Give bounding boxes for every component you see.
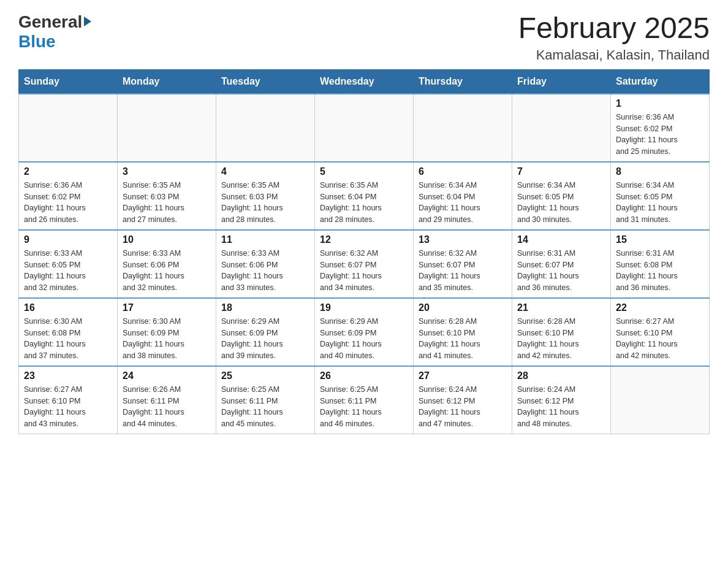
day-number: 16 — [24, 302, 112, 313]
calendar-cell: 7Sunrise: 6:34 AM Sunset: 6:05 PM Daylig… — [512, 162, 611, 230]
header-friday: Friday — [512, 69, 611, 94]
calendar-cell: 21Sunrise: 6:28 AM Sunset: 6:10 PM Dayli… — [512, 298, 611, 366]
day-number: 20 — [419, 302, 507, 313]
calendar-cell: 3Sunrise: 6:35 AM Sunset: 6:03 PM Daylig… — [118, 162, 216, 230]
calendar-table: Sunday Monday Tuesday Wednesday Thursday… — [18, 69, 710, 434]
day-number: 18 — [221, 302, 309, 313]
day-info: Sunrise: 6:30 AM Sunset: 6:08 PM Dayligh… — [24, 316, 112, 362]
day-number: 23 — [24, 370, 112, 381]
calendar-title: February 2025 — [518, 12, 710, 45]
day-info: Sunrise: 6:27 AM Sunset: 6:10 PM Dayligh… — [616, 316, 704, 362]
calendar-cell: 10Sunrise: 6:33 AM Sunset: 6:06 PM Dayli… — [118, 230, 216, 298]
calendar-cell: 23Sunrise: 6:27 AM Sunset: 6:10 PM Dayli… — [19, 366, 118, 434]
calendar-cell: 19Sunrise: 6:29 AM Sunset: 6:09 PM Dayli… — [315, 298, 414, 366]
day-info: Sunrise: 6:36 AM Sunset: 6:02 PM Dayligh… — [24, 180, 112, 226]
calendar-cell: 22Sunrise: 6:27 AM Sunset: 6:10 PM Dayli… — [611, 298, 710, 366]
day-info: Sunrise: 6:34 AM Sunset: 6:05 PM Dayligh… — [616, 180, 704, 226]
day-info: Sunrise: 6:25 AM Sunset: 6:11 PM Dayligh… — [320, 384, 408, 430]
day-number: 25 — [221, 370, 309, 381]
weekday-header-row: Sunday Monday Tuesday Wednesday Thursday… — [19, 69, 710, 94]
day-number: 27 — [419, 370, 507, 381]
logo-blue-text: Blue — [18, 32, 56, 51]
day-number: 22 — [616, 302, 704, 313]
calendar-cell: 26Sunrise: 6:25 AM Sunset: 6:11 PM Dayli… — [315, 366, 414, 434]
week-row-5: 23Sunrise: 6:27 AM Sunset: 6:10 PM Dayli… — [19, 366, 710, 434]
calendar-cell: 16Sunrise: 6:30 AM Sunset: 6:08 PM Dayli… — [19, 298, 118, 366]
header-thursday: Thursday — [414, 69, 512, 94]
day-number: 13 — [419, 234, 507, 245]
calendar-cell: 9Sunrise: 6:33 AM Sunset: 6:05 PM Daylig… — [19, 230, 118, 298]
day-info: Sunrise: 6:29 AM Sunset: 6:09 PM Dayligh… — [320, 316, 408, 362]
day-number: 17 — [123, 302, 211, 313]
calendar-cell: 27Sunrise: 6:24 AM Sunset: 6:12 PM Dayli… — [414, 366, 512, 434]
day-number: 4 — [221, 166, 309, 177]
calendar-cell: 2Sunrise: 6:36 AM Sunset: 6:02 PM Daylig… — [19, 162, 118, 230]
day-number: 3 — [123, 166, 211, 177]
day-number: 19 — [320, 302, 408, 313]
calendar-cell: 13Sunrise: 6:32 AM Sunset: 6:07 PM Dayli… — [414, 230, 512, 298]
day-number: 10 — [123, 234, 211, 245]
day-number: 26 — [320, 370, 408, 381]
day-number: 14 — [517, 234, 605, 245]
calendar-cell: 8Sunrise: 6:34 AM Sunset: 6:05 PM Daylig… — [611, 162, 710, 230]
day-info: Sunrise: 6:27 AM Sunset: 6:10 PM Dayligh… — [24, 384, 112, 430]
logo: General Blue — [18, 12, 91, 52]
calendar-cell: 5Sunrise: 6:35 AM Sunset: 6:04 PM Daylig… — [315, 162, 414, 230]
day-info: Sunrise: 6:34 AM Sunset: 6:05 PM Dayligh… — [517, 180, 605, 226]
calendar-cell: 11Sunrise: 6:33 AM Sunset: 6:06 PM Dayli… — [216, 230, 315, 298]
day-number: 11 — [221, 234, 309, 245]
day-info: Sunrise: 6:30 AM Sunset: 6:09 PM Dayligh… — [123, 316, 211, 362]
header-tuesday: Tuesday — [216, 69, 315, 94]
day-number: 15 — [616, 234, 704, 245]
calendar-cell — [216, 94, 315, 162]
day-info: Sunrise: 6:36 AM Sunset: 6:02 PM Dayligh… — [616, 112, 704, 158]
calendar-cell — [118, 94, 216, 162]
day-info: Sunrise: 6:31 AM Sunset: 6:08 PM Dayligh… — [616, 248, 704, 294]
week-row-3: 9Sunrise: 6:33 AM Sunset: 6:05 PM Daylig… — [19, 230, 710, 298]
day-number: 12 — [320, 234, 408, 245]
day-info: Sunrise: 6:35 AM Sunset: 6:03 PM Dayligh… — [221, 180, 309, 226]
calendar-cell: 1Sunrise: 6:36 AM Sunset: 6:02 PM Daylig… — [611, 94, 710, 162]
day-number: 28 — [517, 370, 605, 381]
logo-general-text: General — [18, 12, 82, 32]
day-info: Sunrise: 6:35 AM Sunset: 6:04 PM Dayligh… — [320, 180, 408, 226]
day-info: Sunrise: 6:26 AM Sunset: 6:11 PM Dayligh… — [123, 384, 211, 430]
page-header: General Blue February 2025 Kamalasai, Ka… — [18, 12, 710, 63]
day-number: 6 — [419, 166, 507, 177]
day-info: Sunrise: 6:32 AM Sunset: 6:07 PM Dayligh… — [419, 248, 507, 294]
calendar-subtitle: Kamalasai, Kalasin, Thailand — [518, 47, 710, 63]
day-info: Sunrise: 6:33 AM Sunset: 6:06 PM Dayligh… — [221, 248, 309, 294]
calendar-cell: 15Sunrise: 6:31 AM Sunset: 6:08 PM Dayli… — [611, 230, 710, 298]
day-info: Sunrise: 6:34 AM Sunset: 6:04 PM Dayligh… — [419, 180, 507, 226]
calendar-cell: 17Sunrise: 6:30 AM Sunset: 6:09 PM Dayli… — [118, 298, 216, 366]
calendar-cell: 20Sunrise: 6:28 AM Sunset: 6:10 PM Dayli… — [414, 298, 512, 366]
day-number: 24 — [123, 370, 211, 381]
week-row-1: 1Sunrise: 6:36 AM Sunset: 6:02 PM Daylig… — [19, 94, 710, 162]
day-info: Sunrise: 6:33 AM Sunset: 6:06 PM Dayligh… — [123, 248, 211, 294]
day-info: Sunrise: 6:29 AM Sunset: 6:09 PM Dayligh… — [221, 316, 309, 362]
day-info: Sunrise: 6:24 AM Sunset: 6:12 PM Dayligh… — [419, 384, 507, 430]
logo-arrow-icon — [84, 17, 91, 26]
day-number: 5 — [320, 166, 408, 177]
day-number: 8 — [616, 166, 704, 177]
day-info: Sunrise: 6:28 AM Sunset: 6:10 PM Dayligh… — [419, 316, 507, 362]
day-number: 9 — [24, 234, 112, 245]
calendar-cell: 14Sunrise: 6:31 AM Sunset: 6:07 PM Dayli… — [512, 230, 611, 298]
week-row-2: 2Sunrise: 6:36 AM Sunset: 6:02 PM Daylig… — [19, 162, 710, 230]
day-info: Sunrise: 6:31 AM Sunset: 6:07 PM Dayligh… — [517, 248, 605, 294]
calendar-cell — [414, 94, 512, 162]
day-info: Sunrise: 6:28 AM Sunset: 6:10 PM Dayligh… — [517, 316, 605, 362]
calendar-cell — [315, 94, 414, 162]
calendar-cell: 6Sunrise: 6:34 AM Sunset: 6:04 PM Daylig… — [414, 162, 512, 230]
day-info: Sunrise: 6:32 AM Sunset: 6:07 PM Dayligh… — [320, 248, 408, 294]
header-sunday: Sunday — [19, 69, 118, 94]
calendar-cell: 18Sunrise: 6:29 AM Sunset: 6:09 PM Dayli… — [216, 298, 315, 366]
calendar-cell: 25Sunrise: 6:25 AM Sunset: 6:11 PM Dayli… — [216, 366, 315, 434]
header-wednesday: Wednesday — [315, 69, 414, 94]
day-info: Sunrise: 6:24 AM Sunset: 6:12 PM Dayligh… — [517, 384, 605, 430]
week-row-4: 16Sunrise: 6:30 AM Sunset: 6:08 PM Dayli… — [19, 298, 710, 366]
day-number: 7 — [517, 166, 605, 177]
header-saturday: Saturday — [611, 69, 710, 94]
day-number: 1 — [616, 98, 704, 109]
day-number: 21 — [517, 302, 605, 313]
